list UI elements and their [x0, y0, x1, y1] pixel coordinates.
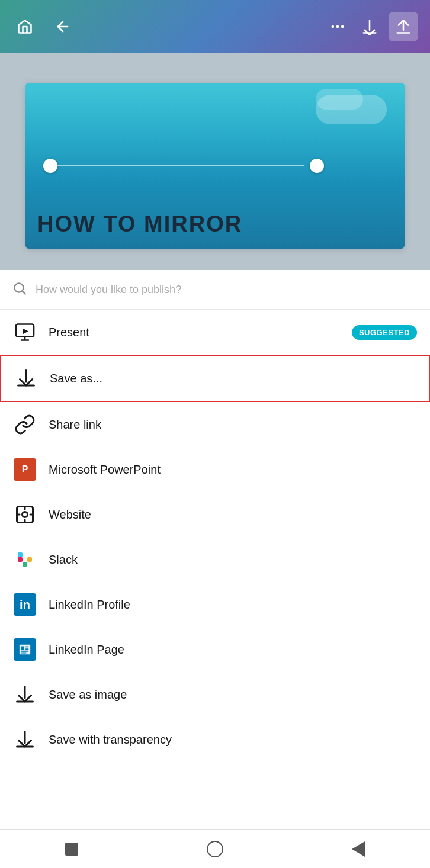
save-as-icon — [14, 367, 38, 390]
android-square-button[interactable] — [57, 834, 86, 864]
menu-item-powerpoint[interactable]: P Microsoft PowerPoint — [0, 447, 430, 492]
save-image-label: Save as image — [49, 688, 127, 702]
canvas-card: HOW TO MIRROR — [25, 83, 405, 249]
android-home-button[interactable] — [200, 834, 230, 864]
svg-rect-11 — [27, 557, 32, 562]
linkedin-profile-label: LinkedIn Profile — [49, 598, 130, 612]
linkedin-page-icon — [13, 638, 37, 661]
svg-marker-5 — [23, 329, 28, 334]
top-navigation-bar — [0, 0, 430, 53]
save-as-label: Save as... — [50, 372, 102, 385]
triangle-icon — [352, 841, 365, 857]
canvas-title: HOW TO MIRROR — [37, 212, 242, 237]
square-icon — [65, 843, 78, 856]
home-button[interactable] — [12, 14, 38, 40]
search-icon — [12, 281, 27, 298]
share-link-label: Share link — [49, 418, 101, 432]
menu-items-list: Present SUGGESTED Save as... Share link — [0, 310, 430, 868]
back-button[interactable] — [50, 14, 76, 40]
svg-rect-9 — [18, 552, 23, 557]
slack-icon — [13, 548, 37, 571]
menu-item-slack[interactable]: Slack — [0, 537, 430, 582]
search-placeholder-text[interactable]: How would you like to publish? — [36, 284, 418, 296]
website-label: Website — [49, 508, 91, 522]
linkedin-page-label: LinkedIn Page — [49, 643, 124, 657]
canvas-area: HOW TO MIRROR — [0, 53, 430, 284]
svg-rect-12 — [23, 557, 27, 562]
save-image-icon — [13, 683, 37, 706]
svg-rect-14 — [21, 647, 25, 650]
powerpoint-label: Microsoft PowerPoint — [49, 463, 161, 477]
share-button[interactable] — [389, 12, 418, 41]
menu-item-save-transparency[interactable]: Save with transparency — [0, 717, 430, 762]
menu-item-share-link[interactable]: Share link — [0, 402, 430, 447]
svg-rect-16 — [25, 648, 28, 650]
svg-rect-17 — [21, 651, 29, 652]
top-bar-left — [12, 14, 76, 40]
save-transparency-icon — [13, 728, 37, 751]
svg-rect-15 — [25, 647, 28, 648]
android-back-button[interactable] — [344, 834, 373, 864]
menu-item-website[interactable]: Website — [0, 492, 430, 537]
bottom-navigation-bar — [0, 829, 430, 868]
svg-point-2 — [341, 25, 344, 28]
svg-point-1 — [336, 25, 339, 28]
publish-menu-sheet: How would you like to publish? Present S… — [0, 270, 430, 868]
svg-rect-18 — [21, 653, 27, 654]
present-icon — [13, 320, 37, 344]
download-button[interactable] — [357, 14, 383, 40]
svg-rect-10 — [23, 562, 27, 567]
menu-item-linkedin-page[interactable]: LinkedIn Page — [0, 627, 430, 672]
cloud-decoration-2 — [316, 89, 363, 110]
svg-point-3 — [14, 283, 23, 292]
linkedin-profile-icon: in — [13, 593, 37, 616]
slider-line — [50, 165, 304, 166]
more-button[interactable] — [325, 14, 351, 40]
suggested-badge: SUGGESTED — [352, 325, 417, 340]
slack-label: Slack — [49, 553, 78, 567]
menu-item-present[interactable]: Present SUGGESTED — [0, 310, 430, 355]
save-transparency-label: Save with transparency — [49, 733, 172, 747]
top-bar-right — [325, 12, 418, 41]
circle-icon — [207, 841, 223, 857]
share-link-icon — [13, 413, 37, 436]
website-icon — [13, 503, 37, 526]
menu-item-save-as[interactable]: Save as... — [0, 355, 430, 402]
menu-item-save-image[interactable]: Save as image — [0, 672, 430, 717]
menu-item-linkedin-profile[interactable]: in LinkedIn Profile — [0, 582, 430, 627]
canvas-content: HOW TO MIRROR — [25, 83, 405, 249]
svg-point-7 — [23, 512, 28, 517]
present-label: Present — [49, 326, 89, 339]
svg-rect-8 — [18, 557, 23, 562]
powerpoint-icon: P — [13, 458, 37, 481]
search-bar: How would you like to publish? — [0, 270, 430, 310]
svg-point-0 — [332, 25, 335, 28]
